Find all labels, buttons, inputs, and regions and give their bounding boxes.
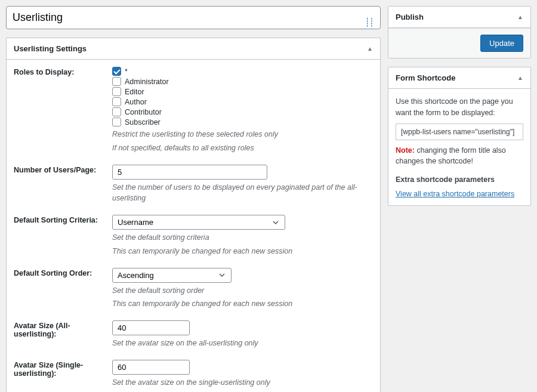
publish-panel: Publish ▲ Update — [388, 6, 531, 58]
roles-option-contributor[interactable]: Contributor — [125, 108, 162, 116]
avatar-all-label: Avatar Size (All-userlisting): — [14, 320, 112, 338]
roles-option-star[interactable]: * — [125, 67, 128, 76]
roles-label: Roles to Display: — [14, 67, 112, 76]
users-per-page-help: Set the number of users to be displayed … — [112, 182, 373, 205]
sort-order-help-2: This can temporarily be changed for each… — [112, 298, 373, 310]
avatar-all-help: Set the avatar size on the all-userlisti… — [112, 338, 373, 349]
sort-criteria-help-2: This can temporarily be changed for each… — [112, 246, 373, 257]
title-handle-icon: ┊┊ — [365, 17, 374, 27]
shortcode-note: Note: changing the form title also chang… — [396, 145, 523, 168]
roles-checkbox-contributor[interactable] — [112, 107, 121, 116]
field-avatar-single: Avatar Size (Single-userlisting): Set th… — [14, 360, 373, 388]
shortcode-panel: Form Shortcode ▲ Use this shortcode on t… — [388, 67, 531, 206]
field-users-per-page: Number of Users/Page: Set the number of … — [14, 165, 373, 205]
update-button[interactable]: Update — [480, 35, 523, 52]
roles-option-subscriber[interactable]: Subscriber — [125, 118, 161, 126]
shortcode-intro: Use this shortcode on the page you want … — [396, 96, 523, 119]
users-per-page-input[interactable] — [112, 165, 267, 180]
collapse-icon: ▲ — [367, 45, 373, 52]
avatar-all-input[interactable] — [112, 320, 190, 335]
field-sort-order: Default Sorting Order: Ascending Set the… — [14, 268, 373, 310]
roles-checkbox-subscriber[interactable] — [112, 118, 121, 126]
roles-option-administrator[interactable]: Administrator — [125, 78, 169, 86]
title-input[interactable] — [6, 6, 381, 29]
roles-checkbox-editor[interactable] — [112, 87, 121, 96]
field-sort-criteria: Default Sorting Criteria: Username Set t… — [14, 215, 373, 257]
field-roles: Roles to Display: * Administrator Edi — [14, 67, 373, 154]
settings-panel-header[interactable]: Userlisting Settings ▲ — [7, 38, 380, 60]
sort-order-select[interactable]: Ascending — [112, 268, 232, 283]
roles-option-author[interactable]: Author — [125, 98, 147, 106]
shortcode-note-label: Note: — [396, 146, 415, 155]
users-per-page-label: Number of Users/Page: — [14, 165, 112, 174]
settings-panel-title: Userlisting Settings — [14, 44, 87, 53]
sort-order-help-1: Set the default sorting order — [112, 285, 373, 297]
shortcode-header[interactable]: Form Shortcode ▲ — [388, 67, 530, 89]
collapse-icon: ▲ — [517, 75, 523, 81]
title-wrap: ┊┊ — [6, 6, 381, 38]
roles-help-2: If not specified, defaults to all existi… — [112, 143, 373, 154]
roles-checkbox-star[interactable] — [112, 67, 121, 76]
roles-checkbox-administrator[interactable] — [112, 77, 121, 86]
roles-option-editor[interactable]: Editor — [125, 88, 144, 96]
roles-checkbox-author[interactable] — [112, 97, 121, 106]
shortcode-title: Form Shortcode — [396, 73, 455, 82]
sort-criteria-help-1: Set the default sorting criteria — [112, 232, 373, 243]
settings-panel: Userlisting Settings ▲ Roles to Display:… — [6, 38, 381, 392]
shortcode-extra-heading: Extra shortcode parameters — [396, 175, 523, 184]
shortcode-code[interactable]: [wppb-list-users name="userlisting"] — [396, 124, 523, 140]
avatar-single-help: Set the avatar size on the single-userli… — [112, 377, 373, 388]
collapse-icon: ▲ — [517, 14, 523, 20]
roles-help-1: Restrict the userlisting to these select… — [112, 129, 373, 140]
avatar-single-input[interactable] — [112, 360, 190, 375]
publish-title: Publish — [396, 13, 424, 21]
field-avatar-all: Avatar Size (All-userlisting): Set the a… — [14, 320, 373, 349]
shortcode-extra-link[interactable]: View all extra shortcode parameters — [396, 190, 514, 198]
publish-header[interactable]: Publish ▲ — [388, 7, 530, 28]
sort-order-label: Default Sorting Order: — [14, 268, 112, 277]
avatar-single-label: Avatar Size (Single-userlisting): — [14, 360, 112, 378]
sort-criteria-label: Default Sorting Criteria: — [14, 215, 112, 224]
sort-criteria-select[interactable]: Username — [112, 215, 285, 230]
